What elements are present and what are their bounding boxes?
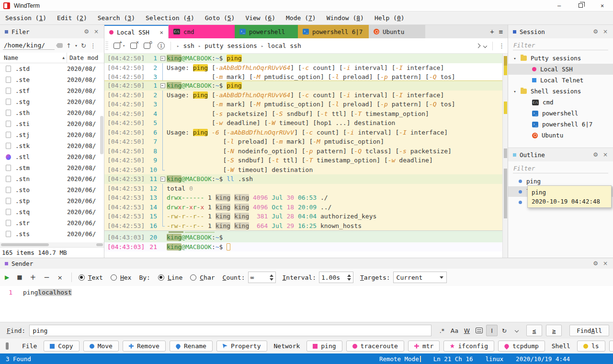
count-spinner[interactable]: ∞: [248, 272, 276, 283]
breadcrumb-segment[interactable]: putty sessions: [204, 42, 257, 49]
file-list-scrollbar[interactable]: [100, 116, 103, 154]
find-input[interactable]: [29, 325, 431, 336]
find-next-button[interactable]: ≥: [546, 325, 562, 336]
path-input[interactable]: /home/king/: [3, 41, 55, 50]
close-icon[interactable]: ×: [91, 28, 101, 35]
file-row[interactable]: .stl2020/08/: [0, 151, 104, 162]
menu-edit[interactable]: Edit (2): [52, 11, 92, 24]
radio-line[interactable]: [158, 274, 164, 281]
toolbar-button-tcpdump[interactable]: tcpdump: [498, 341, 545, 352]
up-directory-icon[interactable]: ↑: [64, 42, 73, 49]
cursor-position[interactable]: Ln 21 Ch 16: [433, 355, 473, 363]
toolbar-button-property[interactable]: Property: [216, 341, 267, 352]
filer-menu-icon[interactable]: ⋮: [88, 42, 98, 49]
menu-view[interactable]: View (6): [240, 11, 281, 24]
tab-list-icon[interactable]: ≡: [499, 28, 503, 35]
info-icon[interactable]: i: [158, 42, 165, 49]
session-item-powershell-6-7[interactable]: powershell 6|7: [508, 119, 613, 130]
minimize-button[interactable]: —: [548, 0, 570, 11]
refresh-icon[interactable]: ↻: [79, 42, 88, 49]
breadcrumb-segment[interactable]: local ssh: [267, 42, 301, 49]
maximize-button[interactable]: [570, 0, 591, 11]
toolbar-button-ls[interactable]: ls: [577, 341, 605, 352]
file-row[interactable]: .stk2020/08/: [0, 140, 104, 151]
file-row[interactable]: .stf2020/08/: [0, 85, 104, 96]
play-icon[interactable]: ▶: [5, 274, 9, 281]
file-row[interactable]: .sts2020/06/: [0, 228, 104, 239]
column-date-modified[interactable]: Date mod: [67, 53, 104, 63]
add-icon[interactable]: +: [30, 273, 36, 282]
radio-char[interactable]: [190, 274, 196, 281]
file-row[interactable]: .sto2020/06/: [0, 184, 104, 195]
gear-icon[interactable]: ⚙: [81, 28, 91, 35]
toolbar-button-cat[interactable]: cat: [609, 341, 613, 352]
menu-search[interactable]: Search (3): [92, 11, 140, 24]
toolbar-button-remove[interactable]: Remove: [123, 341, 166, 352]
match-case-icon[interactable]: Aa: [449, 325, 460, 336]
menu-session[interactable]: Session (1): [0, 11, 52, 24]
in-selection-icon[interactable]: [474, 325, 485, 336]
more-options-icon[interactable]: [511, 325, 522, 336]
fold-marker[interactable]: [159, 174, 167, 184]
terminal-scrollbar[interactable]: [502, 54, 508, 258]
file-row[interactable]: .sti2020/08/: [0, 118, 104, 129]
interval-spinner[interactable]: 1.00s: [319, 272, 353, 283]
tab-cmd[interactable]: cmd: [169, 25, 235, 38]
menu-window[interactable]: Window (8): [321, 11, 369, 24]
toolbar-button-ping[interactable]: ping: [306, 341, 342, 352]
radio-text[interactable]: [79, 274, 85, 281]
file-row[interactable]: .stj2020/08/: [0, 129, 104, 140]
toolbar-button-traceroute[interactable]: traceroute: [346, 341, 404, 352]
new-tab-button[interactable]: +: [490, 28, 494, 35]
terminal-menu-icon[interactable]: ⋮: [499, 42, 505, 49]
close-icon[interactable]: ×: [601, 28, 610, 35]
session-item-local-ssh[interactable]: Local SSH: [508, 64, 613, 75]
breadcrumb-segment[interactable]: ssh: [183, 42, 194, 49]
file-row[interactable]: .stg2020/08/: [0, 96, 104, 107]
find-previous-button[interactable]: ≤: [526, 325, 542, 336]
close-button[interactable]: ×: [591, 0, 613, 11]
scroll-right-icon[interactable]: [476, 44, 481, 48]
file-row[interactable]: .std2020/08/: [0, 63, 104, 74]
session-item-local-telnet[interactable]: Local Telnet: [508, 75, 613, 86]
menu-selection[interactable]: Selection (4): [140, 11, 200, 24]
regex-icon[interactable]: .*: [436, 325, 448, 336]
expander-icon[interactable]: ▾: [513, 56, 517, 61]
expander-icon[interactable]: ▾: [513, 89, 517, 94]
outline-item[interactable]: ping: [508, 176, 613, 186]
sender-line[interactable]: 1 ping localhost: [0, 286, 613, 298]
tab-local-ssh[interactable]: Local SSH×: [104, 25, 169, 38]
terminal[interactable]: [04:42:50]1king@MACBOOK:~$ ping[04:42:50…: [104, 54, 508, 258]
clear-path-icon[interactable]: [56, 43, 63, 48]
toolbar-button-move[interactable]: Move: [83, 341, 119, 352]
fold-marker[interactable]: [159, 81, 167, 91]
mode-indicator[interactable]: Remote Mode: [379, 355, 421, 363]
path-dropdown-icon[interactable]: ▾: [73, 44, 79, 48]
file-row[interactable]: .stn2020/06/: [0, 173, 104, 184]
fold-marker[interactable]: [159, 54, 167, 63]
os-indicator[interactable]: linux: [485, 355, 503, 363]
dropdown-icon[interactable]: [483, 44, 487, 47]
close-icon[interactable]: ×: [601, 151, 610, 158]
file-list-hscrollbar[interactable]: [0, 242, 104, 247]
file-row[interactable]: .str2020/06/: [0, 217, 104, 228]
toolbar-button-copy[interactable]: Copy: [44, 341, 79, 352]
tab-powershell[interactable]: powershell: [235, 25, 298, 38]
restore-tab-icon[interactable]: o: [144, 43, 150, 49]
wrap-around-icon[interactable]: ↻: [499, 325, 510, 336]
cursor-icon[interactable]: I: [486, 325, 498, 336]
menu-mode[interactable]: Mode (7): [281, 11, 321, 24]
new-tab-icon[interactable]: +▾: [114, 43, 120, 49]
gear-icon[interactable]: ⚙: [590, 151, 601, 158]
toolbar-button-mtr[interactable]: mtr: [408, 341, 440, 352]
radio-hex[interactable]: [111, 274, 117, 281]
toolbar-panel-icon[interactable]: [6, 342, 9, 350]
file-row[interactable]: .stq2020/06/: [0, 206, 104, 217]
session-item-powershell[interactable]: powershell: [508, 108, 613, 119]
column-name[interactable]: Name ▲: [0, 53, 67, 63]
session-filter[interactable]: Filter: [508, 38, 613, 53]
whole-word-icon[interactable]: W: [461, 325, 473, 336]
file-row[interactable]: .stm2020/08/: [0, 162, 104, 173]
menu-help[interactable]: Help (0): [369, 11, 410, 24]
close-icon[interactable]: ×: [601, 260, 610, 267]
